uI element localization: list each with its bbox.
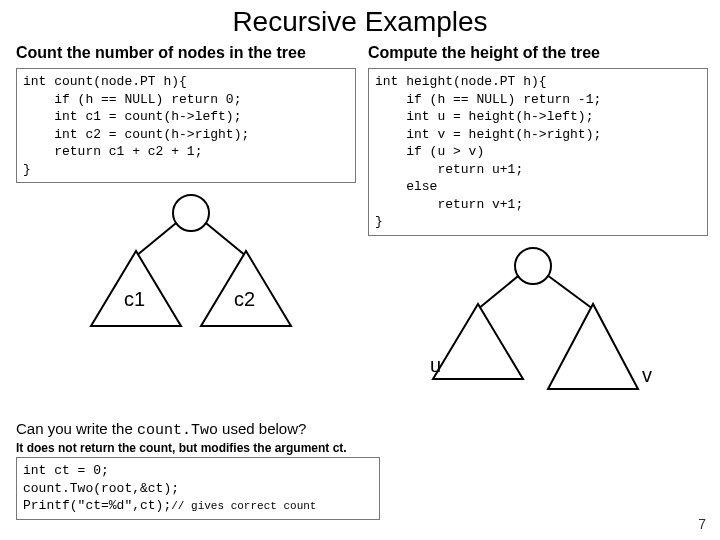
page-number: 7 [698, 516, 706, 532]
left-tree-svg: c1 c2 [16, 191, 356, 341]
edge-right [201, 219, 246, 256]
right-subtree-icon [548, 304, 638, 389]
right-column: Compute the height of the tree int heigh… [362, 44, 714, 394]
edge-right [543, 272, 593, 309]
right-subtree-label: c2 [234, 288, 255, 310]
root-node-icon [515, 248, 551, 284]
question-note: It does not return the count, but modifi… [16, 441, 380, 455]
count-code: int count(node.PT h){ if (h == NULL) ret… [16, 68, 356, 183]
bottom-section: Can you write the count.Two used below? … [0, 412, 396, 520]
left-column: Count the number of nodes in the tree in… [10, 44, 362, 394]
code2-line2: count.Two(root,&ct); [23, 481, 179, 496]
left-subtree-label: u [430, 354, 441, 376]
code2-line3a: Printf("ct=%d",ct); [23, 498, 171, 513]
question-text: Can you write the count.Two used below? [16, 420, 380, 439]
left-subtree-label: c1 [124, 288, 145, 310]
code2-line1: int ct = 0; [23, 463, 109, 478]
edge-left [478, 272, 523, 309]
left-subhead: Count the number of nodes in the tree [16, 44, 356, 62]
slide: Recursive Examples Count the number of n… [0, 0, 720, 540]
code2-line3b: // gives correct count [171, 500, 316, 512]
edge-left [136, 219, 181, 256]
slide-title: Recursive Examples [0, 0, 720, 38]
count-two-code: int ct = 0; count.Two(root,&ct); Printf(… [16, 457, 380, 520]
root-node-icon [173, 195, 209, 231]
right-subhead: Compute the height of the tree [368, 44, 708, 62]
right-subtree-label: v [642, 364, 652, 386]
right-tree-svg: u v [368, 244, 708, 394]
left-tree: c1 c2 [16, 191, 356, 341]
columns: Count the number of nodes in the tree in… [0, 44, 720, 394]
question-prefix: Can you write the [16, 420, 137, 437]
question-suffix: used below? [218, 420, 306, 437]
height-code: int height(node.PT h){ if (h == NULL) re… [368, 68, 708, 236]
question-func: count.Two [137, 422, 218, 439]
right-tree: u v [368, 244, 708, 394]
left-subtree-icon [433, 304, 523, 379]
